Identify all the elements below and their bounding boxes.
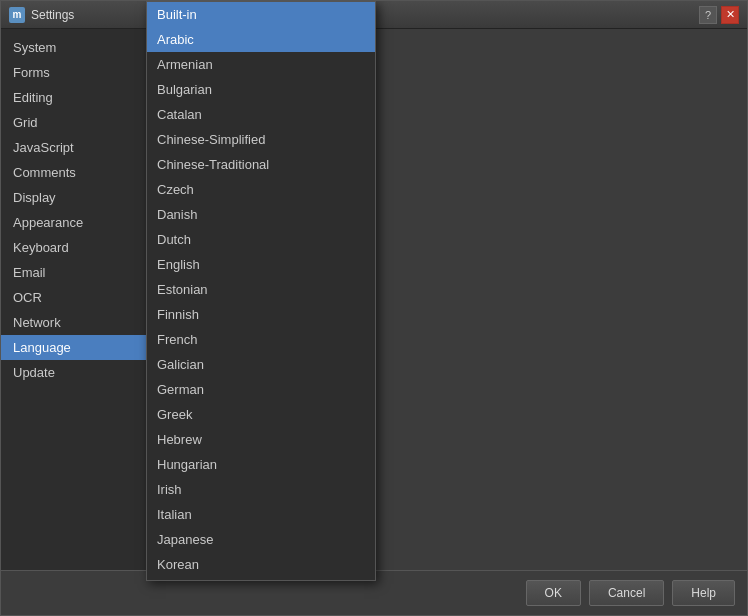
dropdown-item-latvian[interactable]: Latvian bbox=[147, 577, 375, 581]
dropdown-item-chinese-traditional[interactable]: Chinese-Traditional bbox=[147, 152, 375, 177]
settings-window: m Settings ? ✕ SystemFormsEditingGridJav… bbox=[0, 0, 748, 616]
sidebar-item-grid[interactable]: Grid bbox=[1, 110, 146, 135]
dropdown-item-hebrew[interactable]: Hebrew bbox=[147, 427, 375, 452]
cancel-button[interactable]: Cancel bbox=[589, 580, 664, 606]
language-dropdown[interactable]: Built-inArabicArmenianBulgarianCatalanCh… bbox=[146, 1, 376, 581]
dropdown-item-catalan[interactable]: Catalan bbox=[147, 102, 375, 127]
dropdown-item-finnish[interactable]: Finnish bbox=[147, 302, 375, 327]
sidebar-item-network[interactable]: Network bbox=[1, 310, 146, 335]
sidebar-item-update[interactable]: Update bbox=[1, 360, 146, 385]
sidebar-item-editing[interactable]: Editing bbox=[1, 85, 146, 110]
sidebar-item-comments[interactable]: Comments bbox=[1, 160, 146, 185]
app-icon: m bbox=[9, 7, 25, 23]
dropdown-item-korean[interactable]: Korean bbox=[147, 552, 375, 577]
dropdown-item-galician[interactable]: Galician bbox=[147, 352, 375, 377]
dropdown-item-irish[interactable]: Irish bbox=[147, 477, 375, 502]
titlebar-buttons: ? ✕ bbox=[699, 6, 739, 24]
dropdown-item-danish[interactable]: Danish bbox=[147, 202, 375, 227]
sidebar-item-system[interactable]: System bbox=[1, 35, 146, 60]
sidebar-item-ocr[interactable]: OCR bbox=[1, 285, 146, 310]
dropdown-item-french[interactable]: French bbox=[147, 327, 375, 352]
dropdown-item-italian[interactable]: Italian bbox=[147, 502, 375, 527]
sidebar: SystemFormsEditingGridJavaScriptComments… bbox=[1, 29, 146, 570]
dropdown-item-hungarian[interactable]: Hungarian bbox=[147, 452, 375, 477]
sidebar-item-language[interactable]: Language bbox=[1, 335, 146, 360]
close-button[interactable]: ✕ bbox=[721, 6, 739, 24]
ok-button[interactable]: OK bbox=[526, 580, 581, 606]
sidebar-item-keyboard[interactable]: Keyboard bbox=[1, 235, 146, 260]
dropdown-item-armenian[interactable]: Armenian bbox=[147, 52, 375, 77]
dropdown-item-estonian[interactable]: Estonian bbox=[147, 277, 375, 302]
sidebar-item-appearance[interactable]: Appearance bbox=[1, 210, 146, 235]
dropdown-item-japanese[interactable]: Japanese bbox=[147, 527, 375, 552]
help-titlebar-button[interactable]: ? bbox=[699, 6, 717, 24]
sidebar-item-display[interactable]: Display bbox=[1, 185, 146, 210]
dropdown-item-dutch[interactable]: Dutch bbox=[147, 227, 375, 252]
sidebar-item-forms[interactable]: Forms bbox=[1, 60, 146, 85]
dropdown-item-greek[interactable]: Greek bbox=[147, 402, 375, 427]
dropdown-item-chinese-simplified[interactable]: Chinese-Simplified bbox=[147, 127, 375, 152]
dropdown-item-arabic[interactable]: Arabic bbox=[147, 27, 375, 52]
help-button[interactable]: Help bbox=[672, 580, 735, 606]
sidebar-item-email[interactable]: Email bbox=[1, 260, 146, 285]
dropdown-item-english[interactable]: English bbox=[147, 252, 375, 277]
dropdown-item-czech[interactable]: Czech bbox=[147, 177, 375, 202]
dropdown-item-german[interactable]: German bbox=[147, 377, 375, 402]
dropdown-header: Built-in bbox=[147, 2, 375, 27]
sidebar-item-javascript[interactable]: JavaScript bbox=[1, 135, 146, 160]
dropdown-item-bulgarian[interactable]: Bulgarian bbox=[147, 77, 375, 102]
